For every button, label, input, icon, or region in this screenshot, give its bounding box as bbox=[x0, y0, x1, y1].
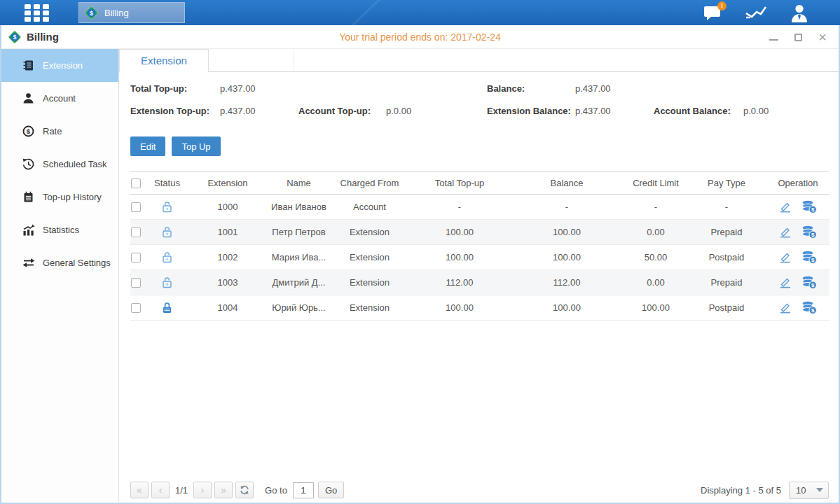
topup-button[interactable]: Top Up bbox=[172, 136, 220, 156]
unlocked-icon[interactable] bbox=[161, 251, 173, 264]
sidebar-item-account[interactable]: Account bbox=[1, 82, 118, 115]
column-header-total-topup: Total Top-up bbox=[411, 172, 509, 195]
topup-row-icon[interactable]: $ bbox=[801, 225, 817, 239]
account-balance-value: p.0.00 bbox=[743, 106, 769, 116]
chevron-down-icon bbox=[816, 488, 823, 492]
row-checkbox[interactable] bbox=[131, 278, 141, 288]
next-page-button[interactable]: › bbox=[193, 482, 212, 498]
sidebar-item-label: General Settings bbox=[43, 258, 111, 268]
cell-pay-type: Prepaid bbox=[687, 220, 766, 245]
sidebar-item-label: Statistics bbox=[43, 225, 79, 235]
cell-extension: 1001 bbox=[186, 220, 269, 245]
cell-charged-from: Extension bbox=[329, 270, 411, 295]
cell-pay-type: Postpaid bbox=[687, 295, 766, 321]
extension-balance-label: Extension Balance: bbox=[487, 106, 571, 116]
topup-row-icon[interactable]: $ bbox=[801, 301, 817, 314]
account-icon bbox=[22, 92, 35, 105]
edit-button[interactable]: Edit bbox=[130, 136, 165, 156]
page-size-dropdown[interactable]: 10 bbox=[789, 482, 829, 499]
cell-extension: 1004 bbox=[186, 295, 269, 321]
billing-window: $ Billing Your trial period ends on: 201… bbox=[0, 25, 840, 504]
sidebar-item-scheduled-task[interactable]: Scheduled Task bbox=[1, 148, 118, 181]
sidebar-item-label: Top-up History bbox=[43, 192, 102, 202]
cell-extension: 1002 bbox=[186, 245, 269, 270]
reports-chart-icon[interactable] bbox=[745, 3, 767, 22]
svg-text:$: $ bbox=[811, 307, 815, 314]
svg-text:$: $ bbox=[811, 206, 815, 213]
cell-credit-limit: 0.00 bbox=[625, 220, 687, 245]
topup-row-icon[interactable]: $ bbox=[801, 251, 817, 264]
column-header-status: Status bbox=[148, 172, 186, 195]
minimize-icon[interactable] bbox=[769, 32, 778, 42]
balance-summary: Total Top-up: p.437.00 Balance: p.437.00… bbox=[130, 83, 829, 131]
cell-charged-from: Extension bbox=[329, 220, 411, 245]
cell-name: Юрий Юрь... bbox=[269, 295, 329, 321]
page-indicator: 1/1 bbox=[175, 485, 188, 496]
taskbar-item-billing[interactable]: $ Billing bbox=[78, 2, 185, 23]
select-all-checkbox[interactable] bbox=[131, 178, 141, 188]
goto-page-input[interactable] bbox=[293, 482, 314, 498]
column-header-charged-from: Charged From bbox=[329, 172, 411, 195]
unlocked-icon[interactable] bbox=[161, 225, 173, 239]
column-header-pay-type: Pay Type bbox=[687, 172, 766, 195]
unlocked-icon[interactable] bbox=[161, 200, 173, 214]
edit-row-icon[interactable] bbox=[779, 202, 792, 213]
maximize-icon[interactable] bbox=[793, 32, 803, 42]
sidebar-item-label: Scheduled Task bbox=[43, 159, 107, 169]
edit-row-icon[interactable] bbox=[779, 227, 792, 238]
window-title: Billing bbox=[27, 31, 59, 43]
cell-balance: 100.00 bbox=[509, 295, 625, 321]
tab-extension[interactable]: Extension bbox=[119, 49, 209, 73]
cell-credit-limit: 0.00 bbox=[625, 270, 687, 295]
close-icon[interactable]: × bbox=[818, 32, 827, 42]
sidebar-item-statistics[interactable]: Statistics bbox=[1, 214, 118, 246]
user-account-icon[interactable] bbox=[788, 3, 811, 22]
row-checkbox[interactable] bbox=[131, 227, 141, 237]
sidebar-item-topup-history[interactable]: Top-up History bbox=[1, 181, 118, 214]
extension-icon bbox=[22, 59, 35, 72]
sidebar-item-label: Account bbox=[43, 93, 76, 104]
extensions-table: Status Extension Name Charged From Total… bbox=[130, 172, 829, 321]
row-checkbox[interactable] bbox=[131, 303, 141, 313]
sidebar-item-rate[interactable]: $ Rate bbox=[1, 115, 118, 148]
refresh-button[interactable] bbox=[235, 482, 254, 498]
account-topup-label: Account Top-up: bbox=[298, 106, 371, 116]
svg-text:$: $ bbox=[13, 34, 17, 41]
edit-row-icon[interactable] bbox=[779, 277, 792, 288]
edit-row-icon[interactable] bbox=[779, 252, 792, 263]
cell-pay-type: - bbox=[687, 195, 766, 220]
row-checkbox[interactable] bbox=[131, 253, 141, 262]
row-checkbox[interactable] bbox=[131, 202, 141, 212]
billing-app-icon: $ bbox=[84, 6, 99, 20]
cell-name: Иван Иванов bbox=[269, 195, 329, 220]
edit-row-icon[interactable] bbox=[779, 302, 792, 314]
toolbar: Edit Top Up bbox=[130, 136, 221, 156]
notification-badge: ! bbox=[717, 1, 727, 10]
extension-balance-value: p.437.00 bbox=[575, 106, 611, 116]
cell-credit-limit: 50.00 bbox=[625, 245, 687, 270]
main-panel: Extension Total Top-up: p.437.00 Balance… bbox=[119, 49, 839, 502]
sidebar-item-extension[interactable]: Extension bbox=[1, 49, 118, 82]
account-topup-value: p.0.00 bbox=[386, 106, 411, 116]
table-row: 1003 Дмитрий Д... Extension 112.00 112.0… bbox=[130, 270, 829, 295]
app-grid-icon[interactable] bbox=[25, 4, 50, 22]
general-settings-icon bbox=[22, 257, 35, 270]
previous-page-button[interactable]: ‹ bbox=[151, 482, 170, 498]
unlocked-icon[interactable] bbox=[161, 276, 173, 289]
topup-row-icon[interactable]: $ bbox=[801, 276, 817, 289]
sidebar-item-general-settings[interactable]: General Settings bbox=[1, 246, 118, 279]
last-page-button[interactable]: » bbox=[214, 482, 233, 498]
rate-icon: $ bbox=[22, 125, 35, 138]
table-row: 1002 Мария Ива... Extension 100.00 100.0… bbox=[130, 245, 829, 270]
table-row: 1001 Петр Петров Extension 100.00 100.00… bbox=[130, 220, 829, 245]
cell-pay-type: Postpaid bbox=[687, 245, 766, 270]
cell-name: Мария Ива... bbox=[269, 245, 329, 270]
extension-topup-label: Extension Top-up: bbox=[130, 106, 209, 116]
cell-charged-from: Extension bbox=[329, 295, 411, 321]
topup-row-icon[interactable]: $ bbox=[801, 200, 817, 214]
locked-icon[interactable] bbox=[161, 301, 173, 314]
balance-value: p.437.00 bbox=[575, 83, 611, 94]
go-button[interactable]: Go bbox=[318, 482, 344, 498]
messages-icon[interactable]: ! bbox=[701, 3, 724, 22]
first-page-button[interactable]: « bbox=[130, 482, 149, 498]
